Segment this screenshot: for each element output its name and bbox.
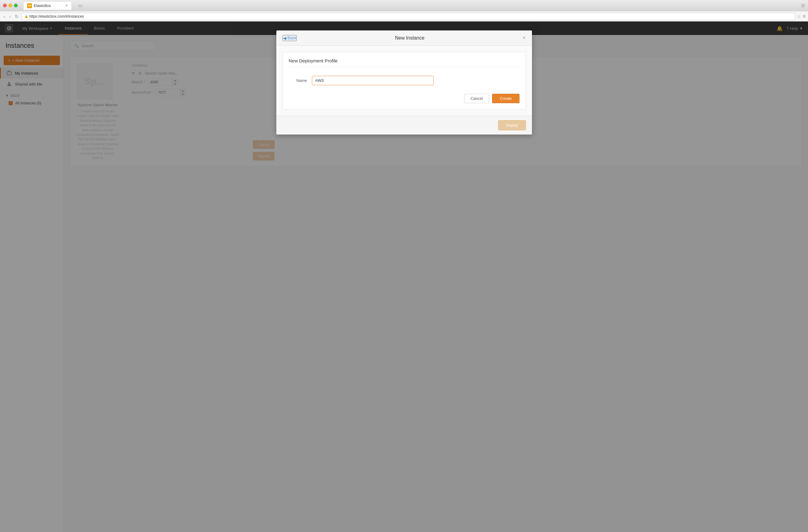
url-text: https://elasticbox.com/#/instances bbox=[29, 14, 84, 19]
browser-titlebar: EB ElasticBox ✕ ▭ ⊡ bbox=[0, 0, 808, 11]
window-controls: ⊡ bbox=[801, 3, 805, 8]
browser-addressbar: ‹ › ↻ 🔒 https://elasticbox.com/#/instanc… bbox=[0, 11, 808, 21]
form-actions: Cancel Create bbox=[289, 94, 519, 103]
modal-title: New Instance bbox=[297, 35, 522, 41]
name-form-row: Name bbox=[289, 72, 519, 89]
ssl-lock-icon: 🔒 bbox=[24, 15, 28, 18]
refresh-btn[interactable]: ↻ bbox=[14, 13, 20, 19]
modal-overlay: ◀ Back New Instance × New Deployment Pro… bbox=[64, 35, 808, 532]
browser-chrome: EB ElasticBox ✕ ▭ ⊡ ‹ › ↻ 🔒 https://elas… bbox=[0, 0, 808, 22]
url-box[interactable]: 🔒 https://elasticbox.com/#/instances bbox=[22, 13, 795, 20]
modal-back-button[interactable]: ◀ Back bbox=[282, 35, 297, 41]
close-window-btn[interactable] bbox=[3, 4, 7, 7]
deployment-profile-form: New Deployment Profile Name Cancel Creat… bbox=[282, 52, 526, 110]
app-container: My Workspace ▼ Instances Boxes Providers… bbox=[0, 22, 808, 532]
new-tab-btn[interactable]: ▭ bbox=[75, 1, 85, 10]
name-label: Name bbox=[289, 78, 307, 83]
back-arrow-icon: ◀ bbox=[283, 36, 287, 40]
create-button[interactable]: Create bbox=[492, 94, 519, 103]
browser-traffic-lights bbox=[3, 4, 18, 7]
main-layout: Instances + + New Instance My Instances … bbox=[0, 35, 808, 532]
tab-favicon: EB bbox=[27, 3, 32, 8]
deploy-profile-title: New Deployment Profile bbox=[289, 58, 519, 67]
new-instance-modal: ◀ Back New Instance × New Deployment Pro… bbox=[276, 35, 532, 134]
window-restore-btn[interactable]: ⊡ bbox=[801, 3, 805, 8]
modal-close-button[interactable]: × bbox=[522, 35, 526, 41]
modal-deploy-button[interactable]: Deploy bbox=[498, 120, 526, 130]
maximize-window-btn[interactable] bbox=[14, 4, 18, 7]
content-area: 🔍 Sp... Apache Spark Master Creates Apac… bbox=[64, 35, 808, 532]
modal-header-inner: ◀ Back New Instance × bbox=[282, 35, 526, 41]
modal-header: ◀ Back New Instance × bbox=[276, 35, 532, 45]
bookmark-star-icon[interactable]: ☆ bbox=[797, 14, 801, 19]
name-input[interactable] bbox=[312, 76, 434, 85]
browser-tab[interactable]: EB ElasticBox ✕ bbox=[23, 1, 72, 10]
tab-close-btn[interactable]: ✕ bbox=[65, 4, 68, 7]
minimize-window-btn[interactable] bbox=[8, 4, 12, 7]
cancel-button[interactable]: Cancel bbox=[464, 94, 489, 103]
browser-menu-btn[interactable]: ≡ bbox=[803, 14, 806, 19]
back-btn[interactable]: ‹ bbox=[2, 13, 6, 19]
modal-footer: Deploy bbox=[276, 116, 532, 134]
forward-btn[interactable]: › bbox=[8, 13, 12, 19]
modal-body: New Deployment Profile Name Cancel Creat… bbox=[276, 45, 532, 116]
back-label: Back bbox=[288, 36, 296, 40]
tab-title: ElasticBox bbox=[34, 4, 51, 8]
